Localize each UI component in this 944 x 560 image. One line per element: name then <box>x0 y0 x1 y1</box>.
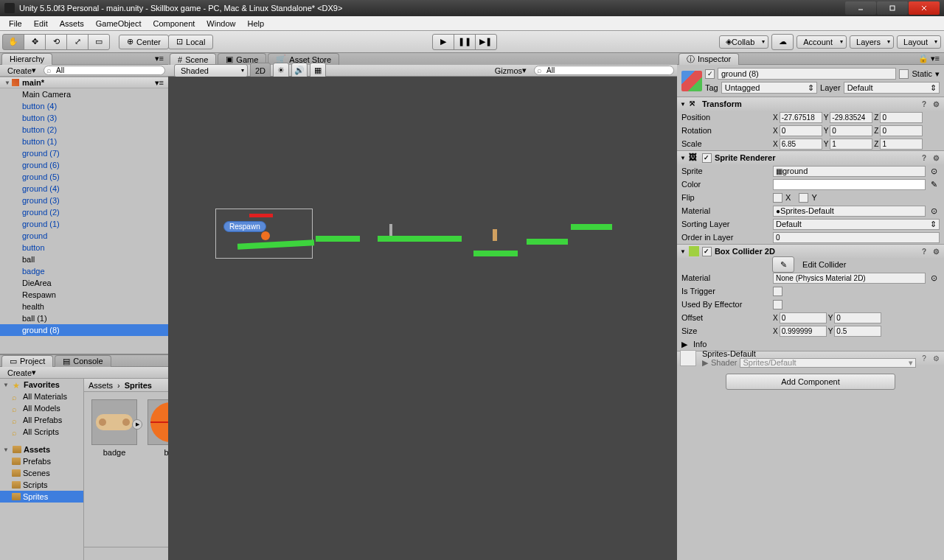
hierarchy-item[interactable]: button (2) <box>0 124 168 136</box>
hierarchy-item[interactable]: ground (8) <box>0 324 168 336</box>
size-y-input[interactable] <box>834 326 881 337</box>
project-tab[interactable]: ▭ Project <box>1 355 53 367</box>
gear-icon[interactable]: ⚙ <box>931 99 941 109</box>
menu-help[interactable]: Help <box>241 18 270 29</box>
object-picker-icon[interactable]: ⊙ <box>929 206 940 216</box>
shading-dropdown[interactable]: Shaded <box>174 64 248 77</box>
hierarchy-item[interactable]: badge <box>0 265 168 277</box>
folder-item[interactable]: Scenes <box>0 467 83 479</box>
box-collider-header[interactable]: ▼✓Box Collider 2D?⚙ <box>677 245 944 258</box>
sorting-layer-dropdown[interactable]: Default⇕ <box>773 219 940 230</box>
offset-x-input[interactable] <box>780 312 827 323</box>
hierarchy-search[interactable]: All <box>44 66 165 75</box>
cloud-button[interactable]: ☁ <box>771 34 794 50</box>
menu-window[interactable]: Window <box>201 18 241 29</box>
hierarchy-create-dropdown[interactable]: Create ▾ <box>3 66 41 75</box>
hierarchy-item[interactable]: ball (1) <box>0 312 168 324</box>
scene-search[interactable]: All <box>534 66 674 75</box>
active-checkbox[interactable]: ✓ <box>705 69 715 79</box>
pos-z-input[interactable] <box>880 112 923 123</box>
sprite-badge[interactable]: ▶badge <box>91 399 137 457</box>
minimize-button[interactable] <box>845 1 876 15</box>
fav-item[interactable]: ⌕All Scripts <box>0 426 83 438</box>
hierarchy-item[interactable]: ground (5) <box>0 171 168 183</box>
object-name-field[interactable]: ground (8) <box>718 68 896 80</box>
color-field[interactable] <box>773 179 926 190</box>
menu-assets[interactable]: Assets <box>54 18 90 29</box>
hierarchy-item[interactable]: button (1) <box>0 136 168 147</box>
assets-header[interactable]: ▼Assets <box>0 444 83 455</box>
object-picker-icon[interactable]: ⊙ <box>929 273 940 283</box>
hand-tool[interactable]: ✋ <box>2 34 24 50</box>
pause-button[interactable]: ❚❚ <box>454 34 476 50</box>
fav-item[interactable]: ⌕All Materials <box>0 391 83 402</box>
fav-item[interactable]: ⌕All Models <box>0 402 83 414</box>
scene-tab[interactable]: # Scene <box>170 53 216 65</box>
hierarchy-item[interactable]: DieArea <box>0 277 168 289</box>
hierarchy-item[interactable]: ground (6) <box>0 159 168 171</box>
inspector-lock-icon[interactable]: 🔒 ▾≡ <box>914 54 944 63</box>
scene-header[interactable]: ▼main*▾≡ <box>0 77 168 88</box>
folder-item[interactable]: Scripts <box>0 479 83 491</box>
inspector-tab[interactable]: ⓘ Inspector <box>678 53 739 65</box>
sprite-field[interactable]: ▦ ground <box>773 166 926 177</box>
project-create-dropdown[interactable]: Create ▾ <box>3 368 41 377</box>
hierarchy-tab[interactable]: Hierarchy <box>1 53 52 65</box>
maximize-button[interactable] <box>877 1 908 15</box>
gear-icon[interactable]: ⚙ <box>931 353 941 363</box>
step-button[interactable]: ▶❚ <box>475 34 497 50</box>
gameobject-icon[interactable] <box>681 71 702 91</box>
order-field[interactable]: 0 <box>773 232 940 243</box>
folder-item[interactable]: Prefabs <box>0 455 83 467</box>
pos-y-input[interactable] <box>830 112 872 123</box>
pos-x-input[interactable] <box>780 112 822 123</box>
menu-gameobject[interactable]: GameObject <box>90 18 148 29</box>
object-picker-icon[interactable]: ⊙ <box>929 167 940 176</box>
pivot-center-toggle[interactable]: ⊕ Center <box>119 35 169 49</box>
pivot-local-toggle[interactable]: ⊡ Local <box>168 35 213 49</box>
add-component-button[interactable]: Add Component <box>726 374 895 390</box>
menu-component[interactable]: Component <box>147 18 201 29</box>
component-enable-checkbox[interactable]: ✓ <box>702 153 712 163</box>
sprite-renderer-header[interactable]: ▼🖼✓Sprite Renderer?⚙ <box>677 151 944 164</box>
material-field[interactable]: ● Sprites-Default <box>773 206 926 217</box>
hierarchy-item[interactable]: button (3) <box>0 112 168 124</box>
folder-item-selected[interactable]: Sprites <box>0 491 83 503</box>
breadcrumb-item[interactable]: Assets <box>88 381 113 390</box>
play-button[interactable]: ▶ <box>432 34 454 50</box>
fav-item[interactable]: ⌕All Prefabs <box>0 414 83 426</box>
static-checkbox[interactable] <box>899 69 909 79</box>
scale-y-input[interactable] <box>830 139 872 150</box>
hierarchy-item[interactable]: ground (3) <box>0 195 168 206</box>
favorites-header[interactable]: ▼★Favorites <box>0 379 83 391</box>
gear-icon[interactable]: ⚙ <box>931 246 941 256</box>
hierarchy-item[interactable]: button <box>0 242 168 253</box>
hierarchy-item[interactable]: button (4) <box>0 100 168 112</box>
eyedropper-icon[interactable]: ✎ <box>929 180 940 189</box>
material-header[interactable]: Sprites-Default▶ShaderSprites/Default▾?⚙ <box>677 351 944 365</box>
help-icon[interactable]: ? <box>919 246 929 256</box>
hierarchy-item[interactable]: health <box>0 301 168 312</box>
hierarchy-item[interactable]: ball <box>0 253 168 265</box>
shader-dropdown[interactable]: Sprites/Default▾ <box>740 358 916 368</box>
help-icon[interactable]: ? <box>919 353 929 363</box>
hierarchy-item[interactable]: Respawn <box>0 289 168 301</box>
flip-y-checkbox[interactable] <box>799 193 808 203</box>
menu-file[interactable]: File <box>3 18 28 29</box>
hierarchy-item[interactable]: ground (4) <box>0 183 168 195</box>
menu-edit[interactable]: Edit <box>28 18 54 29</box>
move-tool[interactable]: ✥ <box>24 34 46 50</box>
rot-y-input[interactable] <box>830 125 872 136</box>
close-button[interactable] <box>909 1 940 15</box>
transform-header[interactable]: ▼⤧Transform?⚙ <box>677 97 944 111</box>
panel-menu-icon[interactable]: ▾≡ <box>150 54 168 63</box>
is-trigger-checkbox[interactable] <box>773 287 782 296</box>
gear-icon[interactable]: ⚙ <box>931 153 941 163</box>
rot-z-input[interactable] <box>880 125 923 136</box>
help-icon[interactable]: ? <box>919 153 929 163</box>
hierarchy-item[interactable]: ground (2) <box>0 206 168 218</box>
help-icon[interactable]: ? <box>919 99 929 109</box>
hierarchy-item[interactable]: ground (7) <box>0 147 168 159</box>
gizmos-dropdown[interactable]: Gizmos ▾ <box>490 66 531 75</box>
rotate-tool[interactable]: ⟲ <box>45 34 67 50</box>
